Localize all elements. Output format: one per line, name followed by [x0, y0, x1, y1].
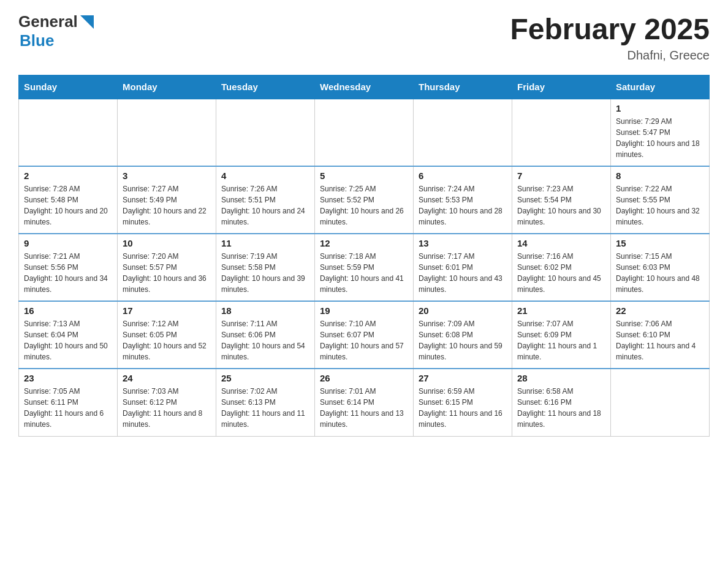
- logo-triangle-icon: [80, 15, 94, 29]
- day-number: 17: [123, 305, 211, 316]
- calendar-cell: 1Sunrise: 7:29 AMSunset: 5:47 PMDaylight…: [611, 99, 710, 166]
- day-number: 13: [419, 238, 507, 248]
- day-number: 2: [24, 170, 112, 181]
- day-info: Sunrise: 7:05 AMSunset: 6:11 PMDaylight:…: [24, 386, 112, 430]
- day-number: 27: [419, 373, 507, 383]
- calendar-cell: 26Sunrise: 7:01 AMSunset: 6:14 PMDayligh…: [315, 369, 414, 436]
- day-info: Sunrise: 6:59 AMSunset: 6:15 PMDaylight:…: [419, 386, 507, 430]
- day-number: 22: [616, 305, 704, 316]
- page-header: General Blue February 2025 Dhafni, Greec…: [18, 12, 710, 63]
- calendar-cell: 4Sunrise: 7:26 AMSunset: 5:51 PMDaylight…: [216, 166, 315, 234]
- calendar-cell: 9Sunrise: 7:21 AMSunset: 5:56 PMDaylight…: [19, 234, 118, 301]
- day-info: Sunrise: 7:11 AMSunset: 6:06 PMDaylight:…: [221, 318, 309, 362]
- day-number: 28: [517, 373, 605, 383]
- calendar-week-row: 2Sunrise: 7:28 AMSunset: 5:48 PMDaylight…: [19, 166, 710, 234]
- day-number: 26: [320, 373, 408, 383]
- day-info: Sunrise: 7:18 AMSunset: 5:59 PMDaylight:…: [320, 251, 408, 295]
- calendar-cell: 23Sunrise: 7:05 AMSunset: 6:11 PMDayligh…: [19, 369, 118, 436]
- calendar-cell: 8Sunrise: 7:22 AMSunset: 5:55 PMDaylight…: [611, 166, 710, 234]
- day-number: 1: [616, 103, 704, 113]
- calendar-cell: 16Sunrise: 7:13 AMSunset: 6:04 PMDayligh…: [19, 301, 118, 369]
- calendar-week-row: 9Sunrise: 7:21 AMSunset: 5:56 PMDaylight…: [19, 234, 710, 301]
- day-number: 16: [24, 305, 112, 316]
- calendar-cell: 10Sunrise: 7:20 AMSunset: 5:57 PMDayligh…: [118, 234, 216, 301]
- location-text: Dhafni, Greece: [510, 48, 710, 63]
- day-info: Sunrise: 7:10 AMSunset: 6:07 PMDaylight:…: [320, 318, 408, 362]
- day-number: 18: [221, 305, 309, 316]
- day-number: 15: [616, 238, 704, 248]
- day-number: 14: [517, 238, 605, 248]
- calendar-cell: [216, 99, 315, 166]
- day-number: 7: [517, 170, 605, 181]
- day-info: Sunrise: 7:12 AMSunset: 6:05 PMDaylight:…: [123, 318, 211, 362]
- day-info: Sunrise: 7:15 AMSunset: 6:03 PMDaylight:…: [616, 251, 704, 295]
- day-number: 9: [24, 238, 112, 248]
- day-info: Sunrise: 7:23 AMSunset: 5:54 PMDaylight:…: [517, 183, 605, 228]
- calendar-cell: 22Sunrise: 7:06 AMSunset: 6:10 PMDayligh…: [611, 301, 710, 369]
- calendar-table: SundayMondayTuesdayWednesdayThursdayFrid…: [18, 75, 710, 437]
- day-number: 24: [123, 373, 211, 383]
- calendar-cell: 24Sunrise: 7:03 AMSunset: 6:12 PMDayligh…: [118, 369, 216, 436]
- calendar-cell: 15Sunrise: 7:15 AMSunset: 6:03 PMDayligh…: [611, 234, 710, 301]
- day-info: Sunrise: 7:25 AMSunset: 5:52 PMDaylight:…: [320, 183, 408, 228]
- day-info: Sunrise: 7:27 AMSunset: 5:49 PMDaylight:…: [123, 183, 211, 228]
- calendar-cell: 6Sunrise: 7:24 AMSunset: 5:53 PMDaylight…: [414, 166, 512, 234]
- weekday-header-sunday: Sunday: [19, 75, 118, 99]
- day-number: 23: [24, 373, 112, 383]
- calendar-week-row: 23Sunrise: 7:05 AMSunset: 6:11 PMDayligh…: [19, 369, 710, 436]
- day-info: Sunrise: 7:28 AMSunset: 5:48 PMDaylight:…: [24, 183, 112, 228]
- calendar-week-row: 1Sunrise: 7:29 AMSunset: 5:47 PMDaylight…: [19, 99, 710, 166]
- month-title: February 2025: [510, 12, 710, 46]
- day-info: Sunrise: 7:03 AMSunset: 6:12 PMDaylight:…: [123, 386, 211, 430]
- day-info: Sunrise: 7:06 AMSunset: 6:10 PMDaylight:…: [616, 318, 704, 362]
- day-number: 6: [419, 170, 507, 181]
- calendar-cell: 14Sunrise: 7:16 AMSunset: 6:02 PMDayligh…: [512, 234, 611, 301]
- day-info: Sunrise: 6:58 AMSunset: 6:16 PMDaylight:…: [517, 386, 605, 430]
- day-info: Sunrise: 7:01 AMSunset: 6:14 PMDaylight:…: [320, 386, 408, 430]
- weekday-header-thursday: Thursday: [414, 75, 512, 99]
- calendar-cell: [118, 99, 216, 166]
- calendar-cell: 18Sunrise: 7:11 AMSunset: 6:06 PMDayligh…: [216, 301, 315, 369]
- day-number: 10: [123, 238, 211, 248]
- day-number: 8: [616, 170, 704, 181]
- day-number: 11: [221, 238, 309, 248]
- calendar-cell: 12Sunrise: 7:18 AMSunset: 5:59 PMDayligh…: [315, 234, 414, 301]
- calendar-cell: [19, 99, 118, 166]
- calendar-cell: 27Sunrise: 6:59 AMSunset: 6:15 PMDayligh…: [414, 369, 512, 436]
- day-info: Sunrise: 7:20 AMSunset: 5:57 PMDaylight:…: [123, 251, 211, 295]
- day-number: 12: [320, 238, 408, 248]
- day-number: 20: [419, 305, 507, 316]
- calendar-cell: [611, 369, 710, 436]
- day-info: Sunrise: 7:09 AMSunset: 6:08 PMDaylight:…: [419, 318, 507, 362]
- calendar-cell: 5Sunrise: 7:25 AMSunset: 5:52 PMDaylight…: [315, 166, 414, 234]
- day-number: 19: [320, 305, 408, 316]
- title-section: February 2025 Dhafni, Greece: [510, 12, 710, 63]
- day-info: Sunrise: 7:16 AMSunset: 6:02 PMDaylight:…: [517, 251, 605, 295]
- logo-wrapper: General Blue: [18, 12, 94, 50]
- day-info: Sunrise: 7:17 AMSunset: 6:01 PMDaylight:…: [419, 251, 507, 295]
- weekday-header-row: SundayMondayTuesdayWednesdayThursdayFrid…: [19, 75, 710, 99]
- weekday-header-monday: Monday: [118, 75, 216, 99]
- weekday-header-saturday: Saturday: [611, 75, 710, 99]
- calendar-cell: 3Sunrise: 7:27 AMSunset: 5:49 PMDaylight…: [118, 166, 216, 234]
- day-info: Sunrise: 7:02 AMSunset: 6:13 PMDaylight:…: [221, 386, 309, 430]
- day-number: 21: [517, 305, 605, 316]
- day-info: Sunrise: 7:26 AMSunset: 5:51 PMDaylight:…: [221, 183, 309, 228]
- day-number: 4: [221, 170, 309, 181]
- calendar-cell: 21Sunrise: 7:07 AMSunset: 6:09 PMDayligh…: [512, 301, 611, 369]
- svg-marker-0: [80, 15, 94, 29]
- calendar-cell: [414, 99, 512, 166]
- calendar-cell: 19Sunrise: 7:10 AMSunset: 6:07 PMDayligh…: [315, 301, 414, 369]
- calendar-cell: 25Sunrise: 7:02 AMSunset: 6:13 PMDayligh…: [216, 369, 315, 436]
- day-info: Sunrise: 7:19 AMSunset: 5:58 PMDaylight:…: [221, 251, 309, 295]
- calendar-cell: 2Sunrise: 7:28 AMSunset: 5:48 PMDaylight…: [19, 166, 118, 234]
- calendar-cell: 28Sunrise: 6:58 AMSunset: 6:16 PMDayligh…: [512, 369, 611, 436]
- day-number: 25: [221, 373, 309, 383]
- day-info: Sunrise: 7:24 AMSunset: 5:53 PMDaylight:…: [419, 183, 507, 228]
- weekday-header-tuesday: Tuesday: [216, 75, 315, 99]
- calendar-cell: 11Sunrise: 7:19 AMSunset: 5:58 PMDayligh…: [216, 234, 315, 301]
- calendar-week-row: 16Sunrise: 7:13 AMSunset: 6:04 PMDayligh…: [19, 301, 710, 369]
- weekday-header-friday: Friday: [512, 75, 611, 99]
- day-number: 3: [123, 170, 211, 181]
- day-info: Sunrise: 7:29 AMSunset: 5:47 PMDaylight:…: [616, 116, 704, 160]
